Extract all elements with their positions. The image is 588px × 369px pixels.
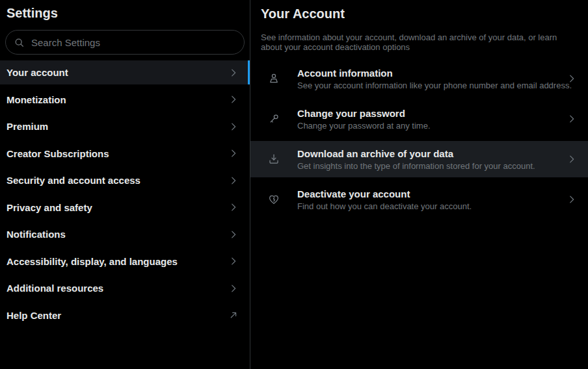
row-account-information[interactable]: Account information See your account inf…: [250, 60, 588, 97]
settings-sidebar: Settings Your account Monetization Premi…: [0, 0, 250, 369]
row-subtitle: See your account information like your p…: [297, 81, 566, 91]
sidebar-item-label: Help Center: [7, 310, 61, 321]
sidebar-item-label: Additional resources: [7, 283, 103, 294]
search-settings-box[interactable]: [5, 30, 245, 55]
sidebar-item-label: Accessibility, display, and languages: [7, 256, 178, 267]
row-text: Account information See your account inf…: [297, 67, 566, 91]
page-description: See information about your account, down…: [250, 32, 570, 52]
row-text: Deactivate your account Find out how you…: [297, 188, 472, 212]
row-subtitle: Get insights into the type of informatio…: [297, 161, 535, 172]
chevron-right-icon: [228, 175, 239, 186]
sidebar-item-label: Monetization: [7, 94, 66, 105]
settings-nav: Your account Monetization Premium Creato…: [0, 60, 250, 330]
row-download-archive[interactable]: Download an archive of your data Get ins…: [250, 141, 588, 177]
chevron-right-icon: [228, 229, 239, 240]
sidebar-item-label: Creator Subscriptions: [7, 148, 109, 159]
sidebar-item-your-account[interactable]: Your account: [0, 60, 250, 84]
sidebar-item-notifications[interactable]: Notifications: [0, 222, 250, 246]
search-input[interactable]: [31, 37, 236, 48]
row-title: Account information: [297, 67, 566, 79]
sidebar-item-creator-subscriptions[interactable]: Creator Subscriptions: [0, 142, 250, 166]
row-subtitle: Change your password at any time.: [297, 121, 431, 131]
sidebar-item-label: Privacy and safety: [7, 202, 92, 213]
sidebar-item-privacy-and-safety[interactable]: Privacy and safety: [0, 196, 250, 220]
sidebar-item-label: Your account: [7, 67, 68, 78]
chevron-right-icon: [228, 255, 239, 267]
chevron-right-icon: [566, 113, 578, 125]
sidebar-item-accessibility-display-languages[interactable]: Accessibility, display, and languages: [0, 249, 250, 274]
sidebar-item-help-center[interactable]: Help Center: [0, 303, 250, 327]
row-subtitle: Find out how you can deactivate your acc…: [297, 201, 472, 212]
account-options-list: Account information See your account inf…: [250, 60, 588, 222]
chevron-right-icon: [566, 73, 578, 84]
sidebar-item-additional-resources[interactable]: Additional resources: [0, 276, 250, 300]
search-icon: [14, 37, 25, 48]
row-title: Download an archive of your data: [297, 147, 535, 160]
chevron-right-icon: [228, 67, 239, 79]
sidebar-item-security-and-account-access[interactable]: Security and account access: [0, 168, 250, 192]
chevron-right-icon: [228, 94, 239, 105]
row-deactivate-account[interactable]: Deactivate your account Find out how you…: [250, 181, 588, 218]
sidebar-item-label: Notifications: [7, 229, 66, 240]
chevron-right-icon: [566, 194, 578, 205]
row-change-your-password[interactable]: Change your password Change your passwor…: [250, 101, 588, 137]
row-text: Download an archive of your data Get ins…: [297, 147, 535, 172]
sidebar-title: Settings: [0, 0, 250, 27]
person-icon: [267, 72, 280, 85]
row-title: Deactivate your account: [297, 188, 472, 200]
row-text: Change your password Change your passwor…: [297, 107, 431, 131]
sidebar-item-premium[interactable]: Premium: [0, 114, 250, 138]
page-title: Your Account: [250, 0, 588, 21]
chevron-right-icon: [228, 121, 239, 133]
sidebar-item-label: Premium: [7, 121, 48, 132]
chevron-right-icon: [228, 283, 239, 294]
sidebar-item-monetization[interactable]: Monetization: [0, 88, 250, 112]
settings-app: Settings Your account Monetization Premi…: [0, 0, 588, 369]
your-account-panel: Your Account See information about your …: [250, 0, 588, 369]
sidebar-item-label: Security and account access: [7, 175, 140, 186]
key-icon: [267, 112, 280, 125]
external-link-icon: [228, 309, 239, 321]
chevron-right-icon: [228, 147, 239, 159]
heart-broken-icon: [267, 193, 280, 206]
row-title: Change your password: [297, 107, 431, 120]
chevron-right-icon: [566, 153, 578, 165]
chevron-right-icon: [228, 201, 239, 213]
download-icon: [267, 153, 280, 166]
